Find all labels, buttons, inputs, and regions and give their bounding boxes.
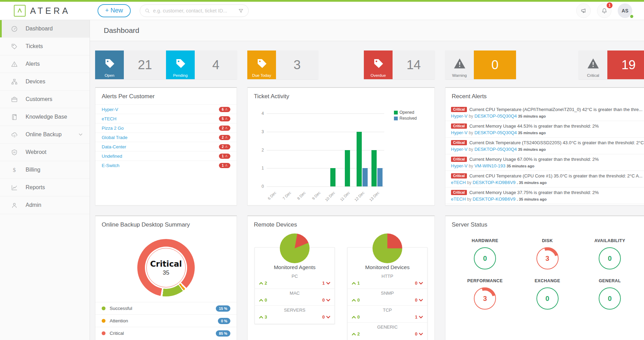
warning-icon: ⚠ <box>225 155 228 158</box>
customer-link[interactable]: Hyper-V <box>451 163 468 168</box>
alert-message: Current CPU Temperature (ACPI\ThermalZon… <box>469 107 643 112</box>
sidebar-item-online-backup[interactable]: Online Backup <box>0 126 90 144</box>
sidebar-item-label: Webroot <box>26 149 46 155</box>
announcements-button[interactable] <box>576 3 591 18</box>
customer-link[interactable]: Hyper-V <box>102 107 118 112</box>
chevron-down-icon[interactable] <box>79 133 83 136</box>
device-link[interactable]: DESKTOP-KO9B6V9 <box>473 196 516 202</box>
y-axis-tick: 0 <box>257 184 264 189</box>
device-card-monitored-agents: Monitored AgentsPC21MAC00SERVERS30 <box>255 247 335 324</box>
global-search[interactable] <box>140 4 249 17</box>
customer-link[interactable]: eTECH <box>102 116 117 121</box>
x-axis-label: 6 Dec <box>263 191 277 205</box>
device-link[interactable]: DESKTOP-05Q30Q4 <box>475 147 517 152</box>
customer-alert-row: Global Trade2⚠ <box>95 132 237 142</box>
recent-alert-row: CriticalCurrent Disk Temperature (TS240G… <box>445 138 644 154</box>
alert-count-badge: 2⚠ <box>219 126 230 131</box>
chevron-down-icon <box>419 333 423 336</box>
customer-link[interactable]: Hyper-V <box>451 147 468 152</box>
sidebar-item-label: Alerts <box>26 61 40 67</box>
logo-text: ATERA <box>30 6 71 16</box>
warning-icon: ⚠ <box>225 145 228 148</box>
status-category-label: EXCHANGE <box>516 278 578 283</box>
chevron-up-icon <box>352 333 356 336</box>
x-axis-label: 11 Dec <box>336 191 350 205</box>
sidebar-item-webroot[interactable]: WWebroot <box>0 144 90 161</box>
customer-link[interactable]: eTECH <box>451 180 466 185</box>
customer-link[interactable]: eTECH <box>451 196 466 202</box>
server-status-cell-hardware: HARDWARE0 <box>454 238 516 269</box>
user-avatar[interactable]: AS <box>618 3 632 18</box>
topbar-actions: 1 AS <box>576 3 644 18</box>
stat-tile-warning[interactable]: Warning0 <box>445 50 516 79</box>
sidebar-item-knowledge-base[interactable]: Knowledge Base <box>0 108 90 126</box>
stat-tile-open[interactable]: Open21 <box>95 50 166 79</box>
sidebar-item-billing[interactable]: $Billing <box>0 161 90 179</box>
sidebar-item-dashboard[interactable]: Dashboard <box>0 20 90 38</box>
devices-down-count: 0 <box>415 281 423 286</box>
sidebar-item-label: Dashboard <box>26 26 53 32</box>
new-button[interactable]: + New <box>98 4 131 17</box>
chevron-down-icon <box>326 316 330 319</box>
atera-logo[interactable]: ATERA <box>0 2 90 20</box>
severity-badge: Critical <box>451 190 467 195</box>
stat-tile-label: Critical <box>579 73 607 77</box>
status-category-label: DISK <box>516 238 578 243</box>
sidebar-item-reports[interactable]: Reports <box>0 179 90 196</box>
device-link[interactable]: DESKTOP-05Q30Q4 <box>475 113 517 119</box>
status-gauge: 0 <box>474 247 496 269</box>
server-status-cell-availability: AVAILABILITY0 <box>579 238 641 269</box>
device-link[interactable]: DESKTOP-05Q30Q4 <box>475 130 517 135</box>
device-link[interactable]: VM-WIN10-193 <box>475 163 506 168</box>
chevron-up-icon <box>352 282 356 285</box>
stat-tile-value: 14 <box>393 50 435 79</box>
panel-title: Remote Devices <box>248 216 434 233</box>
sidebar-item-label: Online Backup <box>26 131 62 138</box>
customer-alert-row: Undefined1⚠ <box>95 151 237 160</box>
chevron-down-icon <box>419 316 423 319</box>
search-input[interactable] <box>153 8 235 13</box>
device-link[interactable]: DESKTOP-KO9B6V9 <box>473 180 516 185</box>
recent-alert-row: CriticalCurrent CPU Temperature (ACPI\Th… <box>445 104 644 121</box>
customer-link[interactable]: Undefined <box>102 154 122 159</box>
status-gauge: 3 <box>474 287 496 310</box>
shield-w-icon: W <box>10 149 18 156</box>
stat-tile-overdue[interactable]: Overdue14 <box>364 50 435 79</box>
chart-bar-resolved <box>377 168 383 186</box>
alert-message: Current Disk Temperature (TS240GSSD220S)… <box>469 140 644 145</box>
status-category-label: AVAILABILITY <box>579 238 641 243</box>
device-type-label: HTTP <box>352 274 423 279</box>
dollar-icon: $ <box>10 166 18 174</box>
backup-legend-row: Critical85 % <box>95 327 237 339</box>
filter-funnel-icon[interactable] <box>238 8 244 14</box>
alert-time: 35 minutes ago <box>518 147 546 151</box>
sidebar-item-devices[interactable]: Devices <box>0 73 90 91</box>
customer-link[interactable]: Pizza 2 Go <box>102 126 124 131</box>
server-status-cell-exchange: EXCHANGE0 <box>516 278 578 310</box>
customer-link[interactable]: E-Switch <box>102 163 119 168</box>
alert-count-badge: 1⚠ <box>219 154 230 159</box>
stat-tile-pending[interactable]: Pending4 <box>166 50 237 79</box>
stat-tile-label: Due Today <box>247 73 276 77</box>
sidebar-item-admin[interactable]: Admin <box>0 196 90 214</box>
customer-link[interactable]: Hyper-V <box>451 130 468 135</box>
dashboard-grid: Open21Pending4 Alerts Per Customer Hyper… <box>90 41 644 340</box>
chart-bar-opened <box>330 168 335 186</box>
notifications-button[interactable]: 1 <box>597 3 611 18</box>
devices-down-count: 0 <box>322 314 330 320</box>
sidebar-item-alerts[interactable]: Alerts <box>0 55 90 73</box>
sidebar-item-customers[interactable]: Customers <box>0 91 90 108</box>
alert-time: 35 minutes ago <box>518 114 546 118</box>
alert-count-badge: 5⚠ <box>219 116 230 121</box>
customer-link[interactable]: Data-Center <box>102 144 126 149</box>
tag-icon: Open <box>95 50 124 79</box>
dashboard-icon <box>10 25 18 33</box>
stat-tile-critical[interactable]: Critical19 <box>579 50 644 79</box>
alert-count-badge: 6⚠ <box>219 107 230 112</box>
column-1: Open21Pending4 Alerts Per Customer Hyper… <box>95 50 237 340</box>
sidebar-item-tickets[interactable]: Tickets <box>0 38 90 55</box>
stat-tile-due-today[interactable]: Due Today3 <box>247 50 318 79</box>
customer-link[interactable]: Global Trade <box>102 135 127 140</box>
severity-badge: Critical <box>451 140 467 145</box>
customer-link[interactable]: Hyper-V <box>451 113 468 119</box>
